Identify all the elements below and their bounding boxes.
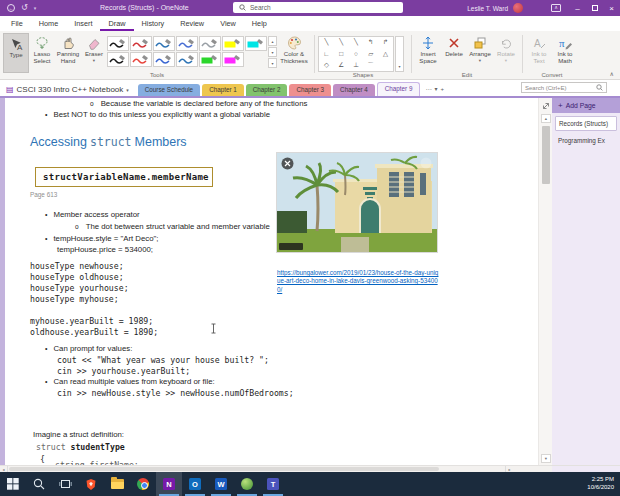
pen-gallery-more-icon[interactable]: ▾ — [268, 58, 277, 68]
shape-glyph-3[interactable]: ↰ — [368, 39, 373, 46]
bungalower-link[interactable]: https://bungalower.com/2019/01/23/house-… — [277, 269, 441, 294]
section-overflow-caret-icon[interactable]: ▾ — [434, 85, 437, 92]
collapse-ribbon-icon[interactable]: ∧ — [610, 70, 614, 77]
pen-gallery-scroll: ▴ ▾ ▾ — [268, 36, 277, 68]
shape-glyph-8[interactable]: ▱ — [368, 51, 373, 58]
back-icon[interactable]: ← — [7, 4, 15, 12]
rotate-button[interactable]: Rotate ▾ — [493, 33, 519, 71]
shape-glyph-0[interactable]: ╲ — [324, 39, 328, 46]
section-tab-chapter-2[interactable]: Chapter 2 — [246, 84, 288, 96]
shape-glyph-7[interactable]: ○ — [354, 51, 358, 58]
pen-swatch-3a66d1[interactable] — [153, 52, 175, 67]
user-name[interactable]: Leslie T. Ward — [467, 5, 508, 12]
taskbar-app-teams[interactable]: T — [260, 472, 286, 496]
taskbar-app-file-explorer[interactable] — [104, 472, 130, 496]
highlighter-swatch-ff29ff[interactable] — [222, 52, 244, 67]
shapes-more-icon[interactable]: ▾ — [395, 36, 404, 72]
menu-tab-review[interactable]: Review — [172, 16, 212, 31]
pen-swatch-4a6fd4[interactable] — [176, 36, 198, 51]
scroll-right-icon[interactable]: ▸ — [505, 466, 513, 472]
minimize-button[interactable]: – — [569, 0, 586, 16]
taskbar-clock[interactable]: 2:25 PM 10/6/2020 — [587, 472, 620, 496]
ink-to-math-button[interactable]: π Ink to Math — [552, 33, 578, 71]
menu-tab-view[interactable]: View — [212, 16, 244, 31]
close-button[interactable]: × — [603, 0, 620, 16]
page-list-item-programming[interactable]: Programming Ex — [555, 134, 617, 147]
shape-glyph-4[interactable]: ↱ — [383, 39, 388, 46]
arrange-button[interactable]: Arrange ▾ — [467, 33, 493, 71]
taskbar-search-button[interactable] — [26, 472, 52, 496]
pen-swatch-9aa0a6[interactable] — [199, 36, 221, 51]
section-tab-chapter-1[interactable]: Chapter 1 — [202, 84, 244, 96]
maximize-button[interactable] — [586, 0, 603, 16]
ink-to-text-button[interactable]: A Ink to Text — [526, 33, 552, 71]
start-button[interactable] — [0, 472, 26, 496]
titlebar-search-input[interactable]: Search — [233, 2, 403, 13]
pen-swatch-e8453c[interactable] — [130, 52, 152, 67]
taskbar-app-green-globe[interactable] — [234, 472, 260, 496]
taskbar-app-brave[interactable] — [78, 472, 104, 496]
task-view-button[interactable] — [52, 472, 78, 496]
taskbar-app-outlook[interactable]: O — [182, 472, 208, 496]
highlighter-swatch-00e5e5[interactable] — [245, 36, 267, 51]
pen-gallery-up-icon[interactable]: ▴ — [268, 36, 277, 46]
vertical-scroll-thumb[interactable] — [542, 126, 550, 184]
taskbar-app-chrome[interactable] — [130, 472, 156, 496]
full-page-view-icon[interactable] — [541, 101, 551, 111]
page-canvas[interactable]: Because the variable is declared before … — [5, 98, 538, 465]
section-tab-chapter-9[interactable]: Chapter 9 — [377, 82, 421, 96]
menu-tab-help[interactable]: Help — [244, 16, 275, 31]
notebook-search-input[interactable]: Search (Ctrl+E) — [521, 82, 607, 93]
qat-caret-icon[interactable]: ▾ — [34, 5, 37, 11]
pen-gallery-down-icon[interactable]: ▾ — [268, 47, 277, 57]
page-list-item-records[interactable]: Records (Structs) — [555, 116, 617, 131]
panning-hand-button[interactable]: Panning Hand — [55, 33, 81, 71]
shape-glyph-11[interactable]: ∠ — [338, 62, 344, 69]
menu-tab-draw[interactable]: Draw — [100, 16, 133, 31]
section-tab-chapter-4[interactable]: Chapter 4 — [333, 84, 375, 96]
ribbon-display-options-icon[interactable]: ∧ — [551, 4, 561, 12]
taskbar-app-onenote[interactable]: N — [156, 472, 182, 496]
add-section-button[interactable]: + — [440, 86, 444, 92]
vertical-scrollbar[interactable]: ▴ ▾ — [538, 98, 552, 465]
pen-swatch-2e74b5[interactable] — [153, 36, 175, 51]
image-close-icon[interactable] — [281, 157, 294, 170]
shape-glyph-9[interactable]: △ — [383, 51, 388, 58]
undo-icon[interactable]: ↺ — [21, 4, 28, 12]
shape-glyph-12[interactable]: ⊥ — [353, 62, 359, 69]
horizontal-scroll-thumb[interactable] — [9, 467, 439, 471]
eraser-button[interactable]: Eraser ▾ — [81, 33, 107, 71]
taskbar-app-word[interactable]: W — [208, 472, 234, 496]
house-photo[interactable] — [277, 153, 437, 252]
lasso-select-button[interactable]: Lasso Select — [29, 33, 55, 71]
ink-to-text-icon: A — [526, 35, 552, 50]
type-button[interactable]: A Type — [3, 33, 29, 73]
add-page-button[interactable]: + Add Page — [552, 98, 620, 113]
user-avatar[interactable] — [513, 3, 523, 13]
pen-swatch-d13438[interactable] — [130, 36, 152, 51]
pen-swatch-2e74b5[interactable] — [176, 52, 198, 67]
highlighter-swatch-2bd62b[interactable] — [199, 52, 221, 67]
section-tab-chapter-3[interactable]: Chapter 3 — [289, 84, 331, 96]
pen-swatch-1a1a1a[interactable] — [107, 36, 129, 51]
shape-glyph-5[interactable]: ∟ — [323, 51, 329, 58]
shape-glyph-6[interactable]: □ — [339, 51, 343, 58]
shape-glyph-1[interactable]: ╲ — [339, 39, 343, 46]
section-tab-course-schedule[interactable]: Course Schedule — [138, 84, 200, 96]
scroll-down-icon[interactable]: ▾ — [541, 454, 551, 463]
menu-tab-insert[interactable]: Insert — [66, 16, 100, 31]
shape-glyph-2[interactable]: ╲ — [354, 39, 358, 46]
insert-space-button[interactable]: Insert Space — [415, 33, 441, 71]
pen-swatch-1a1a1a[interactable] — [107, 52, 129, 67]
scroll-up-icon[interactable]: ▴ — [541, 114, 551, 123]
highlighter-swatch-ffff00[interactable] — [222, 36, 244, 51]
menu-tab-history[interactable]: History — [134, 16, 173, 31]
notebook-dropdown[interactable]: ▤ CSCI 330 Intro C++ Notebook ▾ — [0, 85, 138, 96]
shape-glyph-10[interactable]: ◇ — [324, 62, 329, 69]
delete-button[interactable]: Delete — [441, 33, 467, 71]
menu-tab-file[interactable]: File — [3, 16, 31, 31]
menu-tab-home[interactable]: Home — [31, 16, 66, 31]
shape-glyph-13[interactable]: ⌒ — [368, 62, 375, 69]
section-overflow-button[interactable]: ⋯ — [425, 85, 431, 92]
color-thickness-button[interactable]: Color & Thickness — [277, 33, 311, 71]
